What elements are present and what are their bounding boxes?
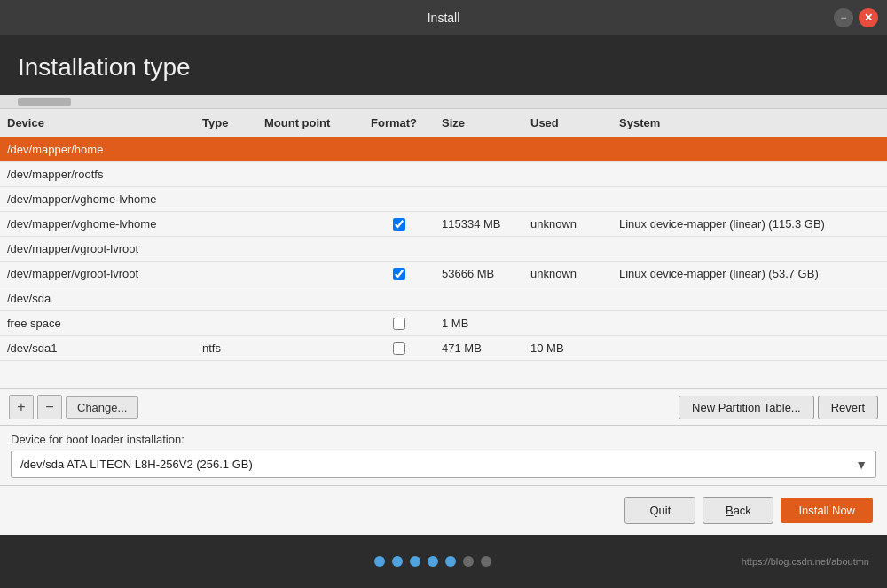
cell-used: unknown (523, 264, 612, 283)
cell-type (195, 147, 257, 153)
cell-type (195, 197, 257, 202)
cell-format[interactable] (364, 315, 435, 333)
cell-system: Linux device-mapper (linear) (115.3 GB) (612, 215, 887, 233)
cell-system (612, 296, 887, 302)
window-controls: − ✕ (834, 8, 878, 27)
cell-mount (257, 172, 364, 177)
table-row[interactable]: /dev/mapper/vghome-lvhome 115334 MB unkn… (0, 212, 887, 237)
install-now-button[interactable]: Install Now (781, 498, 873, 523)
cell-device: /dev/mapper/vgroot-lvroot (0, 264, 195, 283)
page-title: Installation type (18, 53, 869, 82)
cell-system: Linux device-mapper (linear) (53.7 GB) (612, 264, 887, 283)
cell-size (435, 296, 523, 302)
cell-used (523, 147, 612, 153)
scrollbar-thumb (18, 98, 71, 106)
titlebar: Install − ✕ (0, 0, 887, 35)
progress-dot-6 (463, 556, 474, 567)
bootloader-select-wrap: /dev/sda ATA LITEON L8H-256V2 (256.1 GB)… (11, 451, 876, 478)
cell-format[interactable] (364, 216, 435, 233)
change-partition-button[interactable]: Change... (66, 396, 138, 419)
table-row[interactable]: /dev/mapper/vgroot-lvroot (0, 237, 887, 262)
cell-type (195, 321, 257, 326)
close-button[interactable]: ✕ (859, 8, 878, 27)
partition-toolbar: + − Change... New Partition Table... Rev… (0, 389, 887, 426)
quit-button[interactable]: Quit (624, 497, 695, 524)
progress-dot-4 (428, 556, 438, 567)
cell-format[interactable] (364, 340, 435, 357)
watermark-url: https://blog.csdn.net/aboutmn (742, 556, 869, 567)
cell-device: /dev/sda1 (0, 339, 195, 357)
bootloader-label: Device for boot loader installation: (11, 433, 876, 446)
table-row[interactable]: /dev/mapper/home (0, 137, 887, 162)
cell-used: 10 MB (523, 339, 612, 357)
cell-used (523, 172, 612, 177)
action-row: Quit Back Install Now (0, 486, 887, 535)
table-row[interactable]: /dev/mapper/rootfs (0, 162, 887, 187)
content-area: Device Type Mount point Format? Size Use… (0, 95, 887, 535)
cell-mount (257, 197, 364, 202)
table-row[interactable]: /dev/mapper/vgroot-lvroot 53666 MB unkno… (0, 262, 887, 286)
bootloader-section: Device for boot loader installation: /de… (0, 426, 887, 486)
cell-system (612, 197, 887, 202)
cell-size: 53666 MB (435, 264, 523, 283)
table-row[interactable]: /dev/sda1 ntfs 471 MB 10 MB (0, 336, 887, 361)
cell-mount (257, 147, 364, 153)
cell-type (195, 296, 257, 302)
col-mount-point: Mount point (257, 113, 364, 133)
progress-dots (124, 556, 742, 567)
col-size: Size (435, 113, 523, 133)
progress-dot-7 (481, 556, 491, 567)
cell-used (523, 296, 612, 302)
cell-mount (257, 271, 364, 277)
progress-dot-1 (374, 556, 385, 567)
cell-mount (257, 296, 364, 302)
cell-type (195, 172, 257, 177)
cell-system (612, 247, 887, 252)
cell-size: 471 MB (435, 339, 523, 357)
cell-device: /dev/mapper/vghome-lvhome (0, 215, 195, 233)
table-row[interactable]: /dev/sda (0, 286, 887, 311)
cell-size: 1 MB (435, 314, 523, 333)
cell-device: /dev/mapper/vghome-lvhome (0, 190, 195, 208)
cell-mount (257, 321, 364, 326)
cell-size (435, 197, 523, 202)
col-type: Type (195, 113, 257, 133)
cell-used (523, 247, 612, 252)
cell-type (195, 222, 257, 227)
col-format: Format? (364, 113, 435, 133)
minimize-button[interactable]: − (834, 8, 853, 27)
col-device: Device (0, 113, 195, 133)
cell-type: ntfs (195, 339, 257, 357)
window-title: Install (428, 11, 460, 25)
cell-system (612, 321, 887, 326)
cell-size (435, 147, 523, 153)
table-row[interactable]: free space 1 MB (0, 311, 887, 336)
horizontal-scrollbar[interactable] (0, 95, 887, 109)
cell-device: /dev/sda (0, 289, 195, 308)
remove-partition-button[interactable]: − (37, 395, 62, 419)
revert-button[interactable]: Revert (818, 396, 878, 419)
cell-mount (257, 346, 364, 351)
table-body: /dev/mapper/home /dev/mapper/rootfs (0, 137, 887, 388)
new-partition-table-button[interactable]: New Partition Table... (679, 396, 814, 419)
table-header: Device Type Mount point Format? Size Use… (0, 109, 887, 137)
cell-size (435, 172, 523, 177)
cell-format[interactable] (364, 265, 435, 283)
table-row[interactable]: /dev/mapper/vghome-lvhome (0, 187, 887, 212)
cell-system (612, 346, 887, 351)
bootloader-select[interactable]: /dev/sda ATA LITEON L8H-256V2 (256.1 GB) (11, 451, 876, 478)
cell-mount (257, 222, 364, 227)
cell-mount (257, 247, 364, 252)
progress-dot-2 (392, 556, 403, 567)
back-button[interactable]: Back (703, 497, 773, 524)
cell-format (364, 247, 435, 252)
back-underline: B (726, 504, 734, 517)
cell-system (612, 147, 887, 153)
cell-type (195, 247, 257, 252)
add-partition-button[interactable]: + (9, 395, 34, 419)
cell-used (523, 321, 612, 326)
header-area: Installation type (0, 35, 887, 95)
cell-used (523, 197, 612, 202)
cell-device: /dev/mapper/home (0, 140, 195, 159)
cell-device: /dev/mapper/vgroot-lvroot (0, 239, 195, 258)
